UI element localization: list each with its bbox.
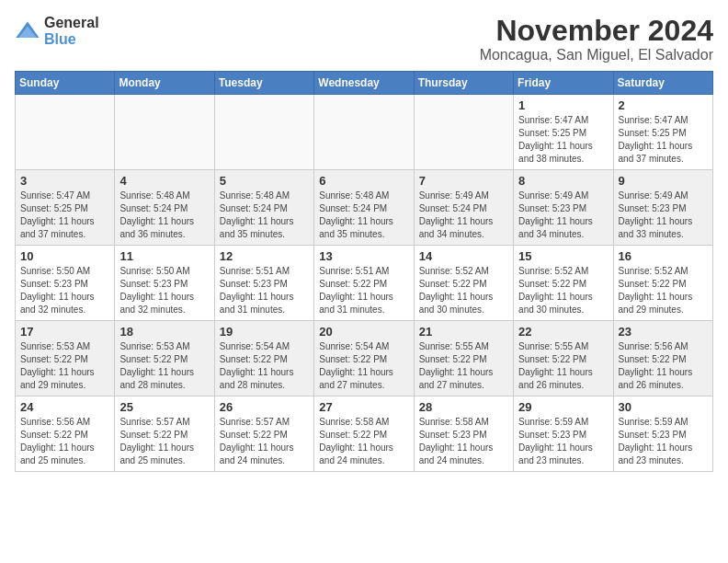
calendar-day-cell: 2Sunrise: 5:47 AM Sunset: 5:25 PM Daylig…	[613, 95, 712, 170]
day-info: Sunrise: 5:48 AM Sunset: 5:24 PM Dayligh…	[319, 190, 408, 241]
day-number: 23	[619, 325, 708, 339]
day-number: 13	[319, 249, 408, 263]
day-info: Sunrise: 5:59 AM Sunset: 5:23 PM Dayligh…	[619, 416, 708, 467]
calendar-week-row: 1Sunrise: 5:47 AM Sunset: 5:25 PM Daylig…	[16, 95, 713, 170]
calendar-day-cell: 8Sunrise: 5:49 AM Sunset: 5:23 PM Daylig…	[514, 170, 613, 246]
weekday-header: Friday	[514, 72, 613, 95]
day-info: Sunrise: 5:53 AM Sunset: 5:22 PM Dayligh…	[119, 340, 209, 392]
calendar-day-cell: 29Sunrise: 5:59 AM Sunset: 5:23 PM Dayli…	[514, 396, 613, 472]
calendar-day-cell: 13Sunrise: 5:51 AM Sunset: 5:22 PM Dayli…	[314, 246, 414, 321]
day-number: 10	[20, 249, 109, 263]
day-number: 12	[220, 249, 309, 263]
calendar-day-cell: 20Sunrise: 5:54 AM Sunset: 5:22 PM Dayli…	[314, 321, 414, 396]
day-info: Sunrise: 5:59 AM Sunset: 5:23 PM Dayligh…	[518, 416, 608, 467]
day-info: Sunrise: 5:52 AM Sunset: 5:22 PM Dayligh…	[518, 265, 608, 316]
day-number: 28	[419, 400, 508, 414]
day-info: Sunrise: 5:55 AM Sunset: 5:22 PM Dayligh…	[518, 340, 608, 392]
calendar-day-cell: 3Sunrise: 5:47 AM Sunset: 5:25 PM Daylig…	[16, 170, 115, 246]
weekday-header: Tuesday	[214, 72, 313, 95]
calendar-day-cell: 6Sunrise: 5:48 AM Sunset: 5:24 PM Daylig…	[314, 170, 414, 246]
day-number: 16	[619, 249, 708, 263]
calendar-day-cell: 4Sunrise: 5:48 AM Sunset: 5:24 PM Daylig…	[115, 170, 214, 246]
day-number: 8	[518, 174, 608, 188]
day-number: 4	[119, 174, 209, 188]
calendar-day-cell: 23Sunrise: 5:56 AM Sunset: 5:22 PM Dayli…	[613, 321, 712, 396]
location-title: Moncagua, San Miguel, El Salvador	[480, 47, 713, 63]
day-number: 9	[619, 174, 708, 188]
day-info: Sunrise: 5:50 AM Sunset: 5:23 PM Dayligh…	[119, 265, 209, 316]
weekday-header: Monday	[115, 72, 214, 95]
day-info: Sunrise: 5:56 AM Sunset: 5:22 PM Dayligh…	[619, 340, 708, 392]
calendar-week-row: 17Sunrise: 5:53 AM Sunset: 5:22 PM Dayli…	[16, 321, 713, 396]
calendar-day-cell: 12Sunrise: 5:51 AM Sunset: 5:23 PM Dayli…	[214, 246, 313, 321]
day-number: 21	[419, 325, 508, 339]
calendar-day-cell: 10Sunrise: 5:50 AM Sunset: 5:23 PM Dayli…	[16, 246, 115, 321]
day-number: 1	[518, 98, 608, 112]
day-number: 24	[20, 400, 109, 414]
calendar-day-cell: 19Sunrise: 5:54 AM Sunset: 5:22 PM Dayli…	[214, 321, 313, 396]
calendar-day-cell: 5Sunrise: 5:48 AM Sunset: 5:24 PM Daylig…	[214, 170, 313, 246]
day-info: Sunrise: 5:55 AM Sunset: 5:22 PM Dayligh…	[419, 340, 508, 392]
day-info: Sunrise: 5:56 AM Sunset: 5:22 PM Dayligh…	[20, 416, 109, 467]
day-number: 14	[419, 249, 508, 263]
day-info: Sunrise: 5:52 AM Sunset: 5:22 PM Dayligh…	[419, 265, 508, 316]
calendar-day-cell: 22Sunrise: 5:55 AM Sunset: 5:22 PM Dayli…	[514, 321, 613, 396]
day-info: Sunrise: 5:49 AM Sunset: 5:23 PM Dayligh…	[518, 190, 608, 241]
weekday-header: Sunday	[16, 72, 115, 95]
calendar-week-row: 10Sunrise: 5:50 AM Sunset: 5:23 PM Dayli…	[16, 246, 713, 321]
calendar-day-cell: 26Sunrise: 5:57 AM Sunset: 5:22 PM Dayli…	[214, 396, 313, 472]
calendar-week-row: 3Sunrise: 5:47 AM Sunset: 5:25 PM Daylig…	[16, 170, 713, 246]
day-number: 7	[419, 174, 508, 188]
day-number: 27	[319, 400, 408, 414]
day-number: 30	[619, 400, 708, 414]
day-info: Sunrise: 5:48 AM Sunset: 5:24 PM Dayligh…	[220, 190, 309, 241]
day-info: Sunrise: 5:51 AM Sunset: 5:22 PM Dayligh…	[319, 265, 408, 316]
calendar-day-cell: 16Sunrise: 5:52 AM Sunset: 5:22 PM Dayli…	[613, 246, 712, 321]
calendar-day-cell	[314, 95, 414, 170]
day-number: 22	[518, 325, 608, 339]
day-info: Sunrise: 5:48 AM Sunset: 5:24 PM Dayligh…	[119, 190, 209, 241]
day-info: Sunrise: 5:58 AM Sunset: 5:22 PM Dayligh…	[319, 416, 408, 467]
weekday-header: Saturday	[613, 72, 712, 95]
day-number: 11	[119, 249, 209, 263]
page-header: General Blue November 2024 Moncagua, San…	[15, 15, 713, 63]
day-number: 6	[319, 174, 408, 188]
calendar-header-row: SundayMondayTuesdayWednesdayThursdayFrid…	[16, 72, 713, 95]
day-number: 5	[220, 174, 309, 188]
calendar-day-cell: 25Sunrise: 5:57 AM Sunset: 5:22 PM Dayli…	[115, 396, 214, 472]
day-number: 25	[119, 400, 209, 414]
day-info: Sunrise: 5:52 AM Sunset: 5:22 PM Dayligh…	[619, 265, 708, 316]
day-info: Sunrise: 5:47 AM Sunset: 5:25 PM Dayligh…	[619, 114, 708, 166]
calendar-day-cell: 1Sunrise: 5:47 AM Sunset: 5:25 PM Daylig…	[514, 95, 613, 170]
day-info: Sunrise: 5:54 AM Sunset: 5:22 PM Dayligh…	[319, 340, 408, 392]
day-number: 2	[619, 98, 708, 112]
day-number: 17	[20, 325, 109, 339]
day-info: Sunrise: 5:50 AM Sunset: 5:23 PM Dayligh…	[20, 265, 109, 316]
calendar-day-cell: 21Sunrise: 5:55 AM Sunset: 5:22 PM Dayli…	[414, 321, 513, 396]
calendar-day-cell: 30Sunrise: 5:59 AM Sunset: 5:23 PM Dayli…	[613, 396, 712, 472]
weekday-header: Wednesday	[314, 72, 414, 95]
day-info: Sunrise: 5:47 AM Sunset: 5:25 PM Dayligh…	[20, 190, 109, 241]
calendar-day-cell: 18Sunrise: 5:53 AM Sunset: 5:22 PM Dayli…	[115, 321, 214, 396]
calendar-table: SundayMondayTuesdayWednesdayThursdayFrid…	[15, 71, 713, 472]
weekday-header: Thursday	[414, 72, 513, 95]
logo: General Blue	[15, 15, 99, 47]
day-info: Sunrise: 5:58 AM Sunset: 5:23 PM Dayligh…	[419, 416, 508, 467]
title-block: November 2024 Moncagua, San Miguel, El S…	[480, 15, 713, 63]
day-number: 26	[220, 400, 309, 414]
calendar-day-cell: 9Sunrise: 5:49 AM Sunset: 5:23 PM Daylig…	[613, 170, 712, 246]
calendar-day-cell	[414, 95, 513, 170]
day-info: Sunrise: 5:54 AM Sunset: 5:22 PM Dayligh…	[220, 340, 309, 392]
calendar-day-cell	[214, 95, 313, 170]
calendar-week-row: 24Sunrise: 5:56 AM Sunset: 5:22 PM Dayli…	[16, 396, 713, 472]
calendar-day-cell: 15Sunrise: 5:52 AM Sunset: 5:22 PM Dayli…	[514, 246, 613, 321]
logo-general-text: General	[44, 15, 99, 31]
day-info: Sunrise: 5:49 AM Sunset: 5:23 PM Dayligh…	[619, 190, 708, 241]
month-title: November 2024	[480, 15, 713, 47]
day-info: Sunrise: 5:57 AM Sunset: 5:22 PM Dayligh…	[119, 416, 209, 467]
logo-icon	[15, 18, 40, 44]
logo-blue-text: Blue	[44, 31, 99, 48]
day-info: Sunrise: 5:53 AM Sunset: 5:22 PM Dayligh…	[20, 340, 109, 392]
day-info: Sunrise: 5:49 AM Sunset: 5:24 PM Dayligh…	[419, 190, 508, 241]
day-number: 18	[119, 325, 209, 339]
